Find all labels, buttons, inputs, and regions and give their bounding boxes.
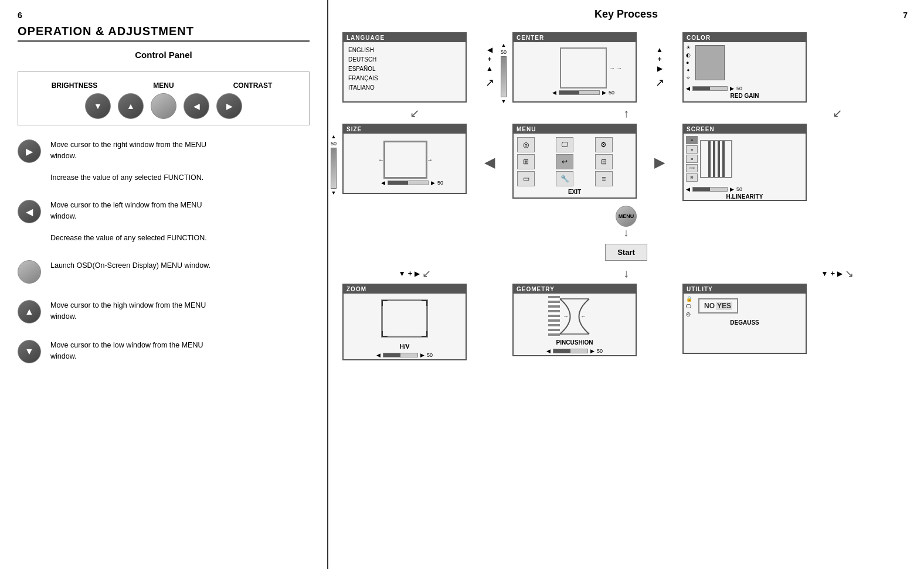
arrow-menu-screen: ▶ <box>639 121 680 203</box>
contrast-right-btn[interactable]: ▶ <box>216 93 242 119</box>
vline-4 <box>722 141 725 177</box>
center-v-bar <box>501 56 507 97</box>
arrow-screen-util: ▼ + ▶ ↘ <box>773 267 902 280</box>
pincushion-area: → ← <box>548 296 601 337</box>
arrow-size-menu: ◀ <box>469 121 510 203</box>
svg-text:←: ← <box>580 313 586 319</box>
screen-window: SCREEN ≡ ≡ ≡ ⟿ ≋ <box>680 121 809 203</box>
utility-monitor-icon: 🖵 <box>686 304 692 309</box>
start-button[interactable]: Start <box>605 244 647 261</box>
arrow-geo-util <box>639 281 680 363</box>
desc-menu-line1: Launch OSD(On-Screen Display) MENU windo… <box>50 261 210 270</box>
sub-title: Control Panel <box>18 50 310 60</box>
desc-right-text: Move cursor to the right window from the… <box>50 139 206 183</box>
menu-icon-4: ⊞ <box>517 154 535 169</box>
menu-btn[interactable] <box>151 93 176 119</box>
brightness-label: BRIGHTNESS <box>30 81 119 90</box>
menu-osd-btn[interactable]: MENU <box>616 206 637 227</box>
center-window: CENTER ▲ 50 ▼ → → <box>510 30 639 105</box>
middle-windows-row: SIZE ▲ 50 ▼ → ← <box>340 121 912 203</box>
page-num-right: 7 <box>903 11 908 20</box>
size-box: SIZE ▲ 50 ▼ → ← <box>342 124 467 194</box>
geometry-content: → ← <box>514 294 636 339</box>
language-box: LANGUAGE ENGLISH DEUTSCH ESPAÑOL FRANÇAI… <box>342 32 467 103</box>
arrow-center-down: ↑ <box>562 107 691 120</box>
color-circle-icon: ◐ <box>686 52 691 58</box>
geo-h-fill <box>553 349 570 353</box>
desc-row-menu: Launch OSD(On-Screen Display) MENU windo… <box>18 260 310 284</box>
language-content: ENGLISH DEUTSCH ESPAÑOL FRANÇAIS ITALIAN… <box>344 42 466 96</box>
menu-icon-1: ◎ <box>517 137 535 152</box>
vline-3 <box>718 141 720 177</box>
zoom-content <box>344 294 466 343</box>
page-num-left: 6 <box>18 11 310 20</box>
utility-title: UTILITY <box>684 285 806 294</box>
color-content: ☀ ◐ ● ✦ ✧ <box>684 42 806 83</box>
left-panel: 6 OPERATION & ADJUSTMENT Control Panel B… <box>0 0 328 569</box>
menu-win-title: MENU <box>514 125 636 134</box>
pincushion-svg: → ← <box>548 296 601 337</box>
geometry-title: GEOMETRY <box>514 285 636 294</box>
arrow-size-zoom: ▼ + ▶ ↙ <box>351 267 480 280</box>
zoom-corner-tl <box>382 300 388 306</box>
arrow-zoom-geo <box>469 281 510 363</box>
menu-btn-col: MENU ↓ <box>616 206 637 239</box>
menu-content: ◎ 🖵 ⚙ ⊞ ↩ ⊟ ▭ 🔧 ≡ EXIT <box>514 134 636 197</box>
menu-window: MENU ◎ 🖵 ⚙ ⊞ ↩ ⊟ ▭ 🔧 ≡ <box>510 121 639 203</box>
center-v-slider: ▲ 50 ▼ <box>501 42 507 104</box>
zoom-title: ZOOM <box>344 285 466 294</box>
left-arrow-icon: ◀ <box>18 200 41 223</box>
zoom-corner-br <box>422 331 427 337</box>
desc-row-left: ◀ Move cursor to the left window from th… <box>18 200 310 244</box>
screen-h-slider: ◀ ▶ 50 <box>684 185 806 193</box>
between-rows-2: ▼ + ▶ ↙ ↓ ▼ + ▶ ↘ <box>340 265 912 281</box>
color-h-slider: ◀ ▶ 50 <box>684 84 806 93</box>
screen-icon-1: ≡ <box>686 136 698 144</box>
no-label: NO <box>704 302 715 310</box>
lang-espanol: ESPAÑOL <box>348 64 461 74</box>
utility-icons: 🔒 🖵 ◎ <box>686 296 692 317</box>
contrast-left-btn[interactable]: ◀ <box>184 93 209 119</box>
desc-right-line2: window. <box>50 152 76 160</box>
zoom-box: ZOOM H/V ◀ <box>342 284 467 360</box>
utility-content: 🔒 🖵 ◎ NO YES <box>684 294 806 319</box>
vline-2 <box>713 141 715 177</box>
right-big-arrow: ▶ <box>654 154 665 171</box>
screen-title: SCREEN <box>684 125 806 134</box>
desc-row-up: ▲ Move cursor to the high window from th… <box>18 300 310 323</box>
no-yes-container: NO YES <box>698 298 738 314</box>
menu-icon-9: ≡ <box>595 171 613 186</box>
top-windows-row: LANGUAGE ENGLISH DEUTSCH ESPAÑOL FRANÇAI… <box>340 30 912 105</box>
center-h-fill <box>559 91 579 94</box>
desc-up-line1: Move cursor to the high window from the … <box>50 301 206 309</box>
diagonal-arrow: ↗ <box>485 76 494 89</box>
utility-window: UTILITY 🔒 🖵 ◎ NO YES <box>680 281 809 363</box>
size-v-bar <box>331 148 337 189</box>
menu-up-btn[interactable]: ▲ <box>118 93 144 119</box>
zoom-h-fill <box>383 353 400 357</box>
language-title: LANGUAGE <box>344 33 466 42</box>
zoom-window: ZOOM H/V ◀ <box>340 281 469 363</box>
zoom-inner <box>381 299 428 338</box>
desc-down-line1: Move cursor to the low window from the M… <box>50 341 203 349</box>
screen-icon-4: ⟿ <box>686 164 698 172</box>
menu-icon-6: ⊟ <box>595 154 613 169</box>
screen-icons-col: ≡ ≡ ≡ ⟿ ≋ <box>686 136 698 182</box>
right-arrow-sm2: ▶ <box>657 64 663 73</box>
color-h-track <box>692 86 728 91</box>
osd-launch-icon <box>18 260 41 284</box>
center-h-slider: ◀ ▶ 50 <box>552 90 614 96</box>
size-title: SIZE <box>344 125 466 134</box>
desc-row-right: ▶ Move cursor to the right window from t… <box>18 139 310 183</box>
menu-icon-3: ⚙ <box>595 137 613 152</box>
down-arrow-icon: ▼ <box>18 340 41 363</box>
vline-1 <box>708 141 711 177</box>
right-arrow-icon: ▶ <box>18 139 41 163</box>
brightness-down-btn[interactable]: ▼ <box>85 93 111 119</box>
no-yes-area: NO YES <box>696 296 740 317</box>
desc-left-line1: Move cursor to the left window from the … <box>50 201 202 209</box>
zoom-corner-tr <box>422 300 427 306</box>
size-window: SIZE ▲ 50 ▼ → ← <box>340 121 469 203</box>
vlines <box>708 141 725 177</box>
zoom-hv-label: H/V <box>344 343 466 350</box>
